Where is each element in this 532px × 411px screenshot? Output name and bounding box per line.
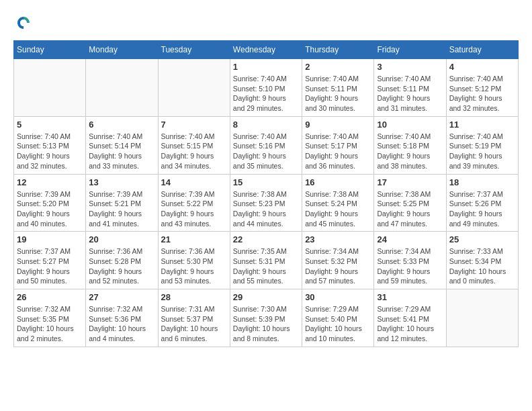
day-info: Sunrise: 7:40 AM Sunset: 5:10 PM Dayligh… xyxy=(233,74,299,113)
logo xyxy=(13,13,36,34)
day-number: 23 xyxy=(305,234,371,244)
calendar-cell: 4Sunrise: 7:40 AM Sunset: 5:12 PM Daylig… xyxy=(446,59,518,117)
day-info: Sunrise: 7:40 AM Sunset: 5:18 PM Dayligh… xyxy=(377,132,443,171)
day-info: Sunrise: 7:39 AM Sunset: 5:21 PM Dayligh… xyxy=(89,189,154,229)
day-number: 7 xyxy=(161,120,227,130)
calendar-week-row: 19Sunrise: 7:37 AM Sunset: 5:27 PM Dayli… xyxy=(14,232,519,289)
day-info: Sunrise: 7:34 AM Sunset: 5:32 PM Dayligh… xyxy=(305,246,371,286)
calendar-cell: 11Sunrise: 7:40 AM Sunset: 5:19 PM Dayli… xyxy=(446,116,518,174)
calendar-cell xyxy=(446,289,518,347)
day-info: Sunrise: 7:33 AM Sunset: 5:34 PM Dayligh… xyxy=(449,246,515,286)
day-info: Sunrise: 7:40 AM Sunset: 5:12 PM Dayligh… xyxy=(449,74,515,113)
calendar-cell: 6Sunrise: 7:40 AM Sunset: 5:14 PM Daylig… xyxy=(86,116,158,174)
day-number: 24 xyxy=(377,234,443,244)
calendar-cell: 12Sunrise: 7:39 AM Sunset: 5:20 PM Dayli… xyxy=(14,174,86,232)
day-number: 12 xyxy=(17,177,83,187)
day-info: Sunrise: 7:36 AM Sunset: 5:30 PM Dayligh… xyxy=(161,246,227,286)
calendar-cell: 16Sunrise: 7:38 AM Sunset: 5:24 PM Dayli… xyxy=(302,174,374,232)
day-number: 2 xyxy=(305,62,371,72)
day-number: 28 xyxy=(161,292,227,302)
weekday-header-sunday: Sunday xyxy=(14,41,86,59)
calendar-cell xyxy=(86,59,158,117)
calendar-cell: 23Sunrise: 7:34 AM Sunset: 5:32 PM Dayli… xyxy=(302,232,374,289)
day-info: Sunrise: 7:30 AM Sunset: 5:39 PM Dayligh… xyxy=(233,304,299,344)
weekday-header-saturday: Saturday xyxy=(446,41,518,59)
day-number: 1 xyxy=(233,62,299,72)
day-number: 10 xyxy=(377,120,443,130)
calendar-cell: 5Sunrise: 7:40 AM Sunset: 5:13 PM Daylig… xyxy=(14,116,86,174)
day-number: 31 xyxy=(377,292,443,302)
day-info: Sunrise: 7:32 AM Sunset: 5:35 PM Dayligh… xyxy=(17,304,83,344)
weekday-header-monday: Monday xyxy=(86,41,158,59)
calendar-cell: 25Sunrise: 7:33 AM Sunset: 5:34 PM Dayli… xyxy=(446,232,518,289)
day-number: 26 xyxy=(17,292,83,302)
calendar-cell: 8Sunrise: 7:40 AM Sunset: 5:16 PM Daylig… xyxy=(230,116,302,174)
weekday-header-friday: Friday xyxy=(374,41,446,59)
day-info: Sunrise: 7:39 AM Sunset: 5:22 PM Dayligh… xyxy=(161,189,227,229)
day-info: Sunrise: 7:36 AM Sunset: 5:28 PM Dayligh… xyxy=(89,246,154,286)
day-info: Sunrise: 7:40 AM Sunset: 5:14 PM Dayligh… xyxy=(89,132,154,171)
day-info: Sunrise: 7:40 AM Sunset: 5:11 PM Dayligh… xyxy=(305,74,371,113)
logo-icon xyxy=(13,13,34,34)
day-info: Sunrise: 7:29 AM Sunset: 5:40 PM Dayligh… xyxy=(305,304,371,344)
calendar-cell: 27Sunrise: 7:32 AM Sunset: 5:36 PM Dayli… xyxy=(86,289,158,347)
day-number: 22 xyxy=(233,234,299,244)
calendar-table: SundayMondayTuesdayWednesdayThursdayFrid… xyxy=(13,40,519,347)
day-number: 13 xyxy=(89,177,154,187)
day-info: Sunrise: 7:32 AM Sunset: 5:36 PM Dayligh… xyxy=(89,304,154,344)
calendar-week-row: 26Sunrise: 7:32 AM Sunset: 5:35 PM Dayli… xyxy=(14,289,519,347)
day-info: Sunrise: 7:29 AM Sunset: 5:41 PM Dayligh… xyxy=(377,304,443,344)
calendar-cell: 3Sunrise: 7:40 AM Sunset: 5:11 PM Daylig… xyxy=(374,59,446,117)
calendar-week-row: 1Sunrise: 7:40 AM Sunset: 5:10 PM Daylig… xyxy=(14,59,519,117)
calendar-cell xyxy=(14,59,86,117)
calendar-cell: 15Sunrise: 7:38 AM Sunset: 5:23 PM Dayli… xyxy=(230,174,302,232)
day-info: Sunrise: 7:35 AM Sunset: 5:31 PM Dayligh… xyxy=(233,246,299,286)
calendar-cell: 31Sunrise: 7:29 AM Sunset: 5:41 PM Dayli… xyxy=(374,289,446,347)
day-info: Sunrise: 7:40 AM Sunset: 5:17 PM Dayligh… xyxy=(305,132,371,171)
day-info: Sunrise: 7:40 AM Sunset: 5:13 PM Dayligh… xyxy=(17,132,83,171)
page-header xyxy=(13,13,519,34)
calendar-cell: 10Sunrise: 7:40 AM Sunset: 5:18 PM Dayli… xyxy=(374,116,446,174)
day-info: Sunrise: 7:40 AM Sunset: 5:11 PM Dayligh… xyxy=(377,74,443,113)
calendar-cell xyxy=(158,59,230,117)
calendar-cell: 19Sunrise: 7:37 AM Sunset: 5:27 PM Dayli… xyxy=(14,232,86,289)
day-info: Sunrise: 7:40 AM Sunset: 5:16 PM Dayligh… xyxy=(233,132,299,171)
day-info: Sunrise: 7:37 AM Sunset: 5:26 PM Dayligh… xyxy=(449,189,515,229)
day-number: 15 xyxy=(233,177,299,187)
calendar-cell: 2Sunrise: 7:40 AM Sunset: 5:11 PM Daylig… xyxy=(302,59,374,117)
calendar-cell: 1Sunrise: 7:40 AM Sunset: 5:10 PM Daylig… xyxy=(230,59,302,117)
calendar-cell: 29Sunrise: 7:30 AM Sunset: 5:39 PM Dayli… xyxy=(230,289,302,347)
day-info: Sunrise: 7:38 AM Sunset: 5:24 PM Dayligh… xyxy=(305,189,371,229)
day-number: 19 xyxy=(17,234,83,244)
day-info: Sunrise: 7:40 AM Sunset: 5:15 PM Dayligh… xyxy=(161,132,227,171)
day-number: 8 xyxy=(233,120,299,130)
day-number: 3 xyxy=(377,62,443,72)
day-number: 16 xyxy=(305,177,371,187)
day-number: 29 xyxy=(233,292,299,302)
day-number: 20 xyxy=(89,234,154,244)
day-info: Sunrise: 7:39 AM Sunset: 5:20 PM Dayligh… xyxy=(17,189,83,229)
day-info: Sunrise: 7:34 AM Sunset: 5:33 PM Dayligh… xyxy=(377,246,443,286)
calendar-cell: 24Sunrise: 7:34 AM Sunset: 5:33 PM Dayli… xyxy=(374,232,446,289)
day-number: 11 xyxy=(449,120,515,130)
day-number: 14 xyxy=(161,177,227,187)
calendar-cell: 22Sunrise: 7:35 AM Sunset: 5:31 PM Dayli… xyxy=(230,232,302,289)
day-info: Sunrise: 7:31 AM Sunset: 5:37 PM Dayligh… xyxy=(161,304,227,344)
day-number: 21 xyxy=(161,234,227,244)
day-info: Sunrise: 7:38 AM Sunset: 5:23 PM Dayligh… xyxy=(233,189,299,229)
day-number: 4 xyxy=(449,62,515,72)
calendar-cell: 28Sunrise: 7:31 AM Sunset: 5:37 PM Dayli… xyxy=(158,289,230,347)
calendar-cell: 30Sunrise: 7:29 AM Sunset: 5:40 PM Dayli… xyxy=(302,289,374,347)
calendar-cell: 17Sunrise: 7:38 AM Sunset: 5:25 PM Dayli… xyxy=(374,174,446,232)
calendar-cell: 7Sunrise: 7:40 AM Sunset: 5:15 PM Daylig… xyxy=(158,116,230,174)
day-info: Sunrise: 7:40 AM Sunset: 5:19 PM Dayligh… xyxy=(449,132,515,171)
calendar-cell: 26Sunrise: 7:32 AM Sunset: 5:35 PM Dayli… xyxy=(14,289,86,347)
day-number: 27 xyxy=(89,292,154,302)
weekday-header-tuesday: Tuesday xyxy=(158,41,230,59)
day-number: 6 xyxy=(89,120,154,130)
day-number: 9 xyxy=(305,120,371,130)
weekday-header-wednesday: Wednesday xyxy=(230,41,302,59)
day-number: 17 xyxy=(377,177,443,187)
day-info: Sunrise: 7:37 AM Sunset: 5:27 PM Dayligh… xyxy=(17,246,83,286)
calendar-cell: 18Sunrise: 7:37 AM Sunset: 5:26 PM Dayli… xyxy=(446,174,518,232)
